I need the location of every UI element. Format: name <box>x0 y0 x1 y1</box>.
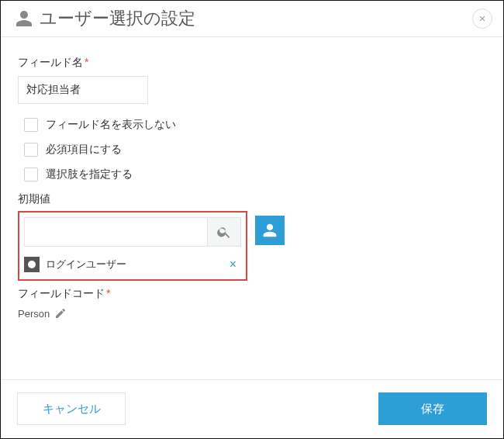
pencil-icon <box>54 307 67 320</box>
initial-value-chip-label: ログインユーザー <box>46 258 225 271</box>
field-name-label-text: フィールド名 <box>18 56 83 68</box>
field-code-label-text: フィールドコード <box>18 287 105 299</box>
hide-label-checkbox[interactable] <box>24 118 38 132</box>
field-name-label: フィールド名* <box>18 56 486 70</box>
modal-body: フィールド名* フィールド名を表示しない 必須項目にする 選択肢を指定する 初期… <box>1 37 503 341</box>
initial-value-row: ログインユーザー × <box>18 211 486 281</box>
limit-choices-row: 選択肢を指定する <box>24 168 486 181</box>
modal-header: ユーザー選択の設定 × <box>1 1 503 37</box>
initial-value-chip: ログインユーザー × <box>24 253 241 276</box>
limit-choices-text: 選択肢を指定する <box>46 168 133 181</box>
field-code-label: フィールドコード* <box>18 287 486 301</box>
user-search-button[interactable] <box>208 218 240 246</box>
required-row: 必須項目にする <box>24 143 486 157</box>
modal-footer: キャンセル 保存 <box>2 379 502 437</box>
svg-point-0 <box>28 261 36 268</box>
limit-choices-checkbox[interactable] <box>24 168 38 181</box>
open-org-picker-button[interactable] <box>255 216 285 245</box>
field-name-input[interactable] <box>18 76 148 104</box>
close-button[interactable]: × <box>472 9 492 29</box>
hide-label-row: フィールド名を表示しない <box>24 118 486 132</box>
required-checkbox[interactable] <box>24 143 38 157</box>
field-code-line: Person <box>18 307 486 320</box>
remove-icon: × <box>230 258 236 271</box>
initial-value-highlight: ログインユーザー × <box>18 211 247 281</box>
modal-title-wrap: ユーザー選択の設定 <box>15 7 472 30</box>
field-code-group: フィールドコード* Person <box>18 287 486 320</box>
required-text: 必須項目にする <box>46 143 122 157</box>
cancel-button-label: キャンセル <box>43 402 101 417</box>
save-button-label: 保存 <box>421 402 444 417</box>
initial-value-section: 初期値 ログインユーザー × <box>18 192 486 281</box>
search-icon <box>216 224 232 240</box>
initial-value-remove[interactable]: × <box>225 258 241 271</box>
initial-value-label: 初期値 <box>18 192 486 206</box>
org-icon <box>262 223 278 238</box>
hide-label-text: フィールド名を表示しない <box>46 118 176 132</box>
cancel-button[interactable]: キャンセル <box>17 392 126 425</box>
close-icon: × <box>479 12 485 25</box>
user-icon <box>15 9 33 28</box>
field-code-value: Person <box>18 308 50 320</box>
field-name-group: フィールド名* <box>18 56 486 104</box>
edit-field-code-button[interactable] <box>54 307 67 320</box>
modal-title: ユーザー選択の設定 <box>40 7 195 30</box>
user-search-input[interactable] <box>25 218 208 246</box>
save-button[interactable]: 保存 <box>378 392 487 425</box>
login-user-icon <box>24 257 40 272</box>
required-mark: * <box>85 56 88 68</box>
user-search-wrap <box>24 217 241 247</box>
required-mark-2: * <box>106 287 110 299</box>
